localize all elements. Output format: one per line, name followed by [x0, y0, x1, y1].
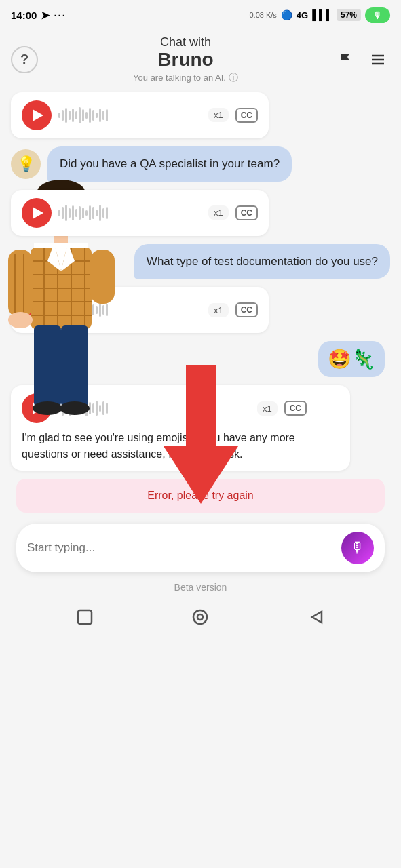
svg-point-25	[8, 312, 33, 328]
status-bar: 14:00 ➤ ··· 0.08 K/s 🔵 4G ▌▌▌ 57% 🎙	[0, 0, 401, 30]
svg-rect-34	[78, 610, 92, 624]
battery-indicator: 57%	[337, 9, 361, 21]
svg-marker-37	[312, 612, 322, 623]
voice-button[interactable]: 🎙	[341, 532, 374, 564]
status-time: 14:00 ➤ ···	[11, 9, 66, 22]
speed-badge-2[interactable]: x1	[208, 205, 229, 220]
play-icon-2	[33, 207, 43, 219]
signal-icon: ▌▌▌	[312, 9, 332, 20]
svg-point-35	[193, 610, 207, 624]
header-actions	[333, 47, 390, 72]
svg-rect-27	[34, 326, 61, 407]
network-icon: 4G	[297, 10, 308, 20]
status-right: 0.08 K/s 🔵 4G ▌▌▌ 57% 🎙	[250, 7, 391, 23]
nav-home-button[interactable]	[189, 606, 211, 628]
speed-badge-4[interactable]: x1	[257, 401, 278, 416]
play-icon-1	[33, 109, 43, 121]
input-container: 🎙	[0, 521, 401, 575]
emoji-bubble: 🤩🦎	[318, 341, 385, 377]
message-input[interactable]	[27, 541, 341, 555]
chat-with-label: Chat with	[38, 35, 333, 50]
arrow-body	[186, 365, 216, 446]
beta-label: Beta version	[0, 575, 401, 598]
chat-header: ? Chat with Bruno You are talking to an …	[0, 30, 401, 92]
cc-badge-1[interactable]: CC	[235, 108, 258, 123]
speed-badge-3[interactable]: x1	[208, 303, 229, 317]
emoji-message: 🤩🦎	[318, 341, 390, 377]
help-button[interactable]: ?	[11, 46, 38, 73]
cc-badge-2[interactable]: CC	[235, 205, 258, 220]
svg-rect-26	[90, 250, 115, 304]
audio-message-2-wrapper: x1 CC	[11, 190, 390, 236]
navigation-bar	[0, 598, 401, 636]
location-icon: ➤	[41, 9, 50, 22]
svg-point-29	[33, 401, 62, 415]
waveform-2	[58, 203, 202, 223]
cc-badge-4[interactable]: CC	[284, 401, 307, 416]
chat-messages: x1 CC 💡 Did you have a QA specialist in …	[0, 92, 401, 471]
nav-back-button[interactable]	[305, 606, 327, 628]
input-area: 🎙	[16, 524, 385, 572]
mic-icon: 🎙	[373, 10, 382, 20]
svg-rect-22	[8, 250, 33, 317]
play-button-2[interactable]	[22, 198, 52, 228]
contact-name: Bruno	[38, 50, 333, 71]
ai-subtitle: You are talking to an AI. ⓘ	[38, 72, 333, 84]
waveform-1	[58, 105, 202, 125]
svg-point-30	[60, 401, 90, 415]
header-center: Chat with Bruno You are talking to an AI…	[38, 35, 333, 84]
cc-badge-3[interactable]: CC	[235, 302, 258, 317]
audio-message-1: x1 CC	[11, 92, 269, 138]
menu-button[interactable]	[366, 47, 390, 72]
info-icon: ⓘ	[229, 72, 238, 84]
svg-point-36	[197, 614, 203, 620]
red-arrow-indicator	[164, 365, 238, 504]
user-bubble-2: What type of test documentation do you u…	[134, 244, 390, 279]
nav-square-button[interactable]	[74, 606, 96, 628]
speed-badge-1[interactable]: x1	[208, 108, 229, 122]
play-button-1[interactable]	[22, 100, 52, 130]
arrow-head	[164, 446, 238, 504]
mic-status-button[interactable]: 🎙	[365, 7, 390, 23]
audio-message-2: x1 CC	[11, 190, 269, 236]
flag-button[interactable]	[333, 47, 358, 72]
svg-rect-28	[61, 326, 88, 407]
microphone-icon: 🎙	[350, 539, 365, 557]
bluetooth-icon: 🔵	[281, 9, 292, 20]
